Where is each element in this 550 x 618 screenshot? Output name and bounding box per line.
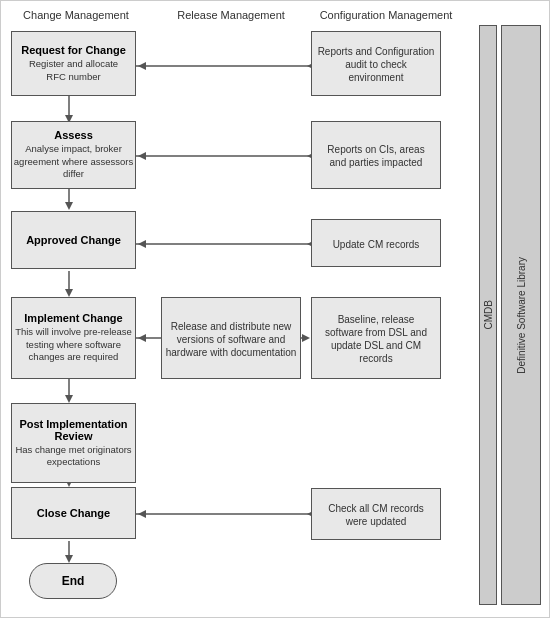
svg-marker-13 [138,62,146,70]
reports-config-text: Reports and Configuration audit to check… [318,45,435,84]
svg-marker-7 [65,395,73,403]
close-change-box: Close Change [11,487,136,539]
cmdb-label: CMDB [483,300,494,329]
svg-marker-3 [65,202,73,210]
cmdb-bar: CMDB [479,25,497,605]
reports-cis-text: Reports on CIs, areas and parties impact… [327,143,424,169]
reports-config-box: Reports and Configuration audit to check… [311,31,441,96]
svg-marker-19 [138,240,146,248]
dsl-bar: Definitive Software Library [501,25,541,605]
baseline-release-box: Baseline, release software from DSL and … [311,297,441,379]
svg-marker-16 [138,152,146,160]
post-impl-subtitle: Has change met originators expectations [15,444,131,469]
assess-title: Assess [54,129,93,141]
rfc-subtitle: Register and allocate RFC number [29,58,118,83]
post-impl-review-box: Post Implementation Review Has change me… [11,403,136,483]
col-header-config: Configuration Management [316,9,456,21]
update-cm-box: Update CM records [311,219,441,267]
end-label: End [62,574,85,588]
svg-marker-28 [138,510,146,518]
end-oval: End [29,563,117,599]
reports-cis-box: Reports on CIs, areas and parties impact… [311,121,441,189]
assess-box: Assess Analyse impact, broker agreement … [11,121,136,189]
check-cm-box: Check all CM records were updated [311,488,441,540]
implement-subtitle: This will involve pre-release testing wh… [15,326,132,363]
diagram-container: Change Management Release Management Con… [0,0,550,618]
post-impl-title: Post Implementation Review [19,418,127,442]
update-cm-text: Update CM records [333,238,420,251]
release-distribute-box: Release and distribute new versions of s… [161,297,301,379]
implement-change-box: Implement Change This will involve pre-r… [11,297,136,379]
approved-change-box: Approved Change [11,211,136,269]
approved-title: Approved Change [26,234,121,246]
svg-marker-22 [138,334,146,342]
rfc-title: Request for Change [21,44,126,56]
check-cm-text: Check all CM records were updated [328,502,424,528]
release-distribute-text: Release and distribute new versions of s… [166,320,297,359]
close-change-title: Close Change [37,507,110,519]
implement-title: Implement Change [24,312,122,324]
col-header-change: Change Management [11,9,141,21]
request-for-change-box: Request for Change Register and allocate… [11,31,136,96]
svg-marker-5 [65,289,73,297]
svg-marker-25 [302,334,310,342]
baseline-text: Baseline, release software from DSL and … [325,313,427,365]
col-header-release: Release Management [166,9,296,21]
dsl-label: Definitive Software Library [516,257,527,374]
svg-marker-11 [65,555,73,563]
assess-subtitle: Analyse impact, broker agreement where a… [14,143,133,180]
